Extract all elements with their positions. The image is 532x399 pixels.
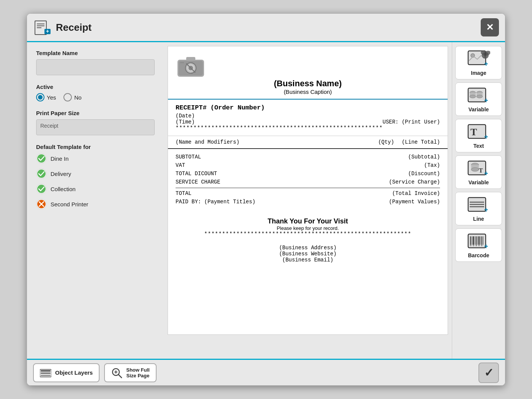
svg-text:+: +: [484, 169, 488, 177]
left-panel: Template Name Active Yes No Print: [27, 42, 164, 359]
checkbox-list: Dine In Delivery: [36, 153, 155, 209]
keep-record-text: Please keep for your record.: [176, 225, 440, 231]
svg-rect-84: [41, 370, 51, 372]
delivery-label: Delivery: [51, 171, 71, 177]
receipt-time: (Time): [176, 119, 195, 125]
payment-label: PAID BY: (Payment Titles): [176, 199, 255, 205]
separator-dots-1: ****************************************…: [176, 125, 440, 131]
variable-top-tool-label: Variable: [469, 106, 489, 112]
discount-row: TOTAL DICOUNT (Discount): [176, 169, 440, 178]
line-tool-button[interactable]: + Line: [455, 192, 502, 225]
dine-in-check-icon: [36, 153, 47, 164]
receipt-info: RECEIPT# (Order Number) (Date) (Time) US…: [168, 100, 448, 136]
receipt-body: (Name and Modifiers) (Qty) (Line Total): [168, 136, 448, 149]
svg-point-42: [484, 52, 486, 56]
body-header-row: (Name and Modifiers) (Qty) (Line Total): [168, 136, 448, 149]
service-charge-row: SERVICE CHARGE (Service Charge): [176, 178, 440, 186]
svg-point-48: [470, 95, 476, 98]
default-template-label: Default Template for: [36, 144, 155, 150]
svg-rect-80: [481, 236, 482, 245]
variable-bottom-tool-button[interactable]: T + Variable: [455, 155, 502, 189]
text-tool-button[interactable]: T + Text: [455, 119, 502, 152]
business-caption: (Business Caption): [176, 89, 440, 95]
svg-rect-72: [470, 236, 471, 245]
svg-rect-23: [186, 57, 195, 61]
yes-radio-circle[interactable]: [36, 93, 44, 101]
template-name-input[interactable]: [36, 59, 155, 75]
barcode-tool-icon: 0 0 0 0 0 +: [467, 232, 490, 251]
vat-label: VAT: [176, 162, 185, 168]
variable-bottom-tool-icon: T +: [467, 159, 490, 178]
svg-point-51: [477, 95, 483, 98]
text-tool-icon: T +: [467, 122, 490, 141]
discount-label: TOTAL DICOUNT: [176, 171, 217, 177]
dine-in-label: Dine In: [51, 155, 69, 162]
image-tool-icon: +: [467, 49, 490, 68]
checkbox-second-printer[interactable]: Second Printer: [36, 199, 155, 209]
title-bar: + Receipt ✕: [27, 14, 505, 42]
active-no-radio[interactable]: No: [63, 93, 81, 101]
svg-rect-75: [475, 236, 475, 245]
confirm-button[interactable]: ✓: [478, 363, 499, 383]
receipt-icon: +: [33, 18, 51, 36]
show-full-size-label: Show Full Size Page: [126, 367, 149, 378]
total-row: TOTAL (Total Invoice): [176, 188, 440, 198]
business-website: (Business Website): [168, 251, 448, 257]
variable-bottom-tool-label: Variable: [469, 179, 489, 185]
svg-rect-74: [473, 236, 474, 245]
receipt-preview: (Business Name) (Business Caption) RECEI…: [168, 46, 448, 335]
no-radio-circle[interactable]: [63, 93, 72, 101]
paper-size-select[interactable]: Receipt: [36, 119, 155, 135]
receipt-order-number: RECEIPT# (Order Number): [176, 104, 440, 111]
object-layers-button[interactable]: Object Layers: [33, 363, 100, 382]
vat-value: (Tax): [424, 162, 440, 168]
active-yes-radio[interactable]: Yes: [36, 93, 56, 101]
delivery-check-icon: [36, 168, 47, 179]
body-qty-col: (Qty): [378, 139, 394, 145]
app-window: + Receipt ✕ Template Name Active Yes: [27, 13, 505, 386]
center-panel: (Business Name) (Business Caption) RECEI…: [164, 42, 452, 359]
business-email: (Business Email): [168, 257, 448, 263]
zoom-icon: [111, 367, 122, 378]
right-toolbar: + Image: [452, 42, 505, 359]
total-label: TOTAL: [176, 190, 192, 196]
second-printer-check-icon: [36, 199, 47, 209]
separator-dots-2: ****************************************…: [176, 231, 440, 237]
checkbox-dine-in[interactable]: Dine In: [36, 153, 155, 164]
active-group: Active Yes No: [36, 84, 155, 101]
business-name: (Business Name): [176, 79, 440, 89]
variable-top-tool-button[interactable]: + Variable: [455, 82, 502, 116]
svg-rect-73: [472, 236, 472, 245]
paper-size-group: Print Paper Size Receipt: [36, 110, 155, 135]
svg-rect-78: [478, 236, 480, 245]
checkbox-collection[interactable]: Collection: [36, 184, 155, 194]
payment-row: PAID BY: (Payment Titles) (Payment Value…: [176, 198, 440, 206]
image-tool-button[interactable]: + Image: [455, 46, 502, 79]
active-radio-group: Yes No: [36, 93, 155, 101]
svg-text:+: +: [484, 133, 488, 141]
collection-label: Collection: [51, 186, 76, 192]
svg-text:+: +: [484, 97, 488, 104]
main-content: Template Name Active Yes No Print: [27, 42, 505, 359]
bottom-bar: Object Layers Show Full Size Page ✓: [27, 359, 505, 385]
svg-text:+: +: [484, 242, 488, 250]
show-full-size-button[interactable]: Show Full Size Page: [104, 363, 156, 382]
subtotal-label: SUBTOTAL: [176, 154, 201, 160]
close-button[interactable]: ✕: [481, 18, 499, 36]
total-value: (Total Invoice): [392, 190, 440, 196]
receipt-time-user: (Time) USER: (Print User): [176, 119, 440, 125]
checkbox-delivery[interactable]: Delivery: [36, 168, 155, 179]
active-label: Active: [36, 84, 155, 90]
body-name-col: (Name and Modifiers): [176, 139, 239, 145]
layers-icon: [40, 367, 51, 378]
svg-text:+: +: [46, 28, 49, 34]
vat-row: VAT (Tax): [176, 161, 440, 169]
confirm-icon: ✓: [484, 366, 494, 379]
paper-size-label: Print Paper Size: [36, 110, 155, 116]
barcode-tool-button[interactable]: 0 0 0 0 0 + Barcode: [455, 228, 502, 262]
default-template-group: Default Template for Dine In: [36, 144, 155, 209]
template-name-label: Template Name: [36, 50, 155, 56]
page-title: Receipt: [56, 22, 481, 33]
line-tool-label: Line: [473, 216, 484, 222]
svg-line-89: [119, 375, 122, 378]
